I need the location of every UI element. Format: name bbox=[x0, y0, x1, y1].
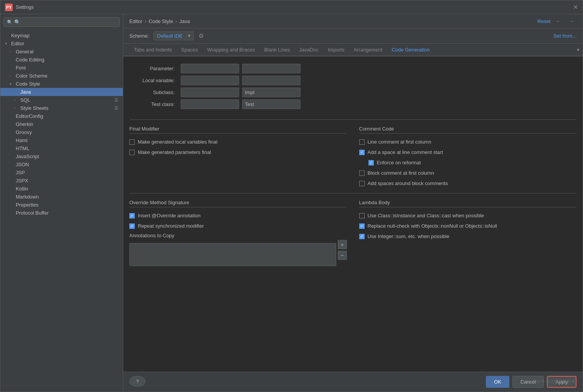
arrow-icon: › bbox=[10, 74, 14, 78]
sidebar-tree: Keymap▾Editor›GeneralCode EditingFont›Co… bbox=[0, 30, 123, 392]
breadcrumb-sep-1: › bbox=[145, 18, 146, 24]
sidebar-item-html[interactable]: HTML bbox=[0, 144, 123, 152]
sidebar-item-editorconfig[interactable]: EditorConfig bbox=[0, 112, 123, 120]
search-icon: 🔍 bbox=[7, 20, 13, 25]
annotations-list bbox=[129, 243, 336, 266]
override-method-options: Insert @Override annotationRepeat synchr… bbox=[129, 212, 347, 230]
sidebar-item-editor[interactable]: ▾Editor bbox=[0, 40, 123, 48]
checkbox[interactable] bbox=[359, 181, 365, 186]
lambda-option-row: Use Integer::sum, etc. when possible bbox=[359, 233, 577, 240]
sidebar-item-properties[interactable]: Properties bbox=[0, 201, 123, 209]
final-modifier-section: Final Modifier Make generated local vari… bbox=[129, 126, 347, 187]
override-option-row: Repeat synchronized modifier bbox=[129, 222, 347, 230]
sidebar-item-json[interactable]: JSON bbox=[0, 160, 123, 169]
checkbox[interactable] bbox=[359, 170, 365, 176]
gear-button[interactable]: ⚙ bbox=[198, 32, 204, 40]
final-modifier-title: Final Modifier bbox=[129, 126, 347, 134]
final-modifier-options: Make generated local variables finalMake… bbox=[129, 138, 347, 156]
naming-prefix-input[interactable] bbox=[181, 88, 239, 97]
naming-prefix-input[interactable] bbox=[181, 76, 239, 85]
arrow-icon: ▾ bbox=[10, 82, 14, 86]
sidebar-item-jspx[interactable]: JSPX bbox=[0, 177, 123, 185]
sidebar-item-label: JSPX bbox=[16, 178, 118, 184]
tab-spaces[interactable]: Spaces bbox=[177, 44, 202, 56]
tabs-more-button[interactable]: ▾ bbox=[574, 44, 583, 56]
sidebar-item-protocol-buffer[interactable]: Protocol Buffer bbox=[0, 209, 123, 217]
checkbox[interactable] bbox=[368, 160, 374, 165]
checkbox[interactable] bbox=[129, 150, 135, 155]
breadcrumb-codestyle[interactable]: Code Style bbox=[149, 18, 173, 24]
sidebar-item-label: Java bbox=[20, 89, 118, 95]
tab-imports[interactable]: Imports bbox=[323, 44, 349, 56]
sidebar-item-keymap[interactable]: Keymap bbox=[0, 31, 123, 40]
sidebar-item-gherkin[interactable]: Gherkin bbox=[0, 120, 123, 128]
tab-blank-lines[interactable]: Blank Lines bbox=[259, 44, 294, 56]
checkbox[interactable] bbox=[129, 223, 135, 229]
sidebar-item-code-editing[interactable]: Code Editing bbox=[0, 56, 123, 64]
forward-button[interactable]: → bbox=[566, 17, 576, 25]
comment-code-options: Line comment at first columnAdd a space … bbox=[359, 138, 577, 187]
sidebar-item-java[interactable]: Java bbox=[0, 88, 123, 96]
lambda-option-row: Use Class::isInstance and Class::cast wh… bbox=[359, 212, 577, 219]
sidebar-item-jsp[interactable]: JSP bbox=[0, 169, 123, 177]
checkbox[interactable] bbox=[359, 223, 365, 229]
checkbox[interactable] bbox=[359, 234, 365, 239]
main-content: 🔍 Keymap▾Editor›GeneralCode EditingFont›… bbox=[0, 14, 583, 392]
ok-button[interactable]: OK bbox=[486, 376, 509, 388]
sidebar-item-font[interactable]: Font bbox=[0, 64, 123, 72]
search-box[interactable]: 🔍 bbox=[3, 17, 120, 27]
window-title: Settings bbox=[16, 4, 573, 10]
tab-arrangement[interactable]: Arrangement bbox=[349, 44, 387, 56]
sidebar-item-kotlin[interactable]: Kotlin bbox=[0, 185, 123, 193]
sidebar-item-label: JavaScript bbox=[16, 154, 118, 159]
add-annotation-button[interactable]: + bbox=[338, 240, 347, 249]
checkbox-label: Line comment at first column bbox=[368, 139, 431, 145]
reset-button[interactable]: Reset bbox=[537, 18, 550, 24]
sidebar-item-color-scheme[interactable]: ›Color Scheme bbox=[0, 72, 123, 80]
checkbox-label: Enforce on reformat bbox=[377, 160, 421, 165]
checkbox[interactable] bbox=[359, 139, 365, 145]
override-method-title: Override Method Signature bbox=[129, 200, 347, 207]
checkbox[interactable] bbox=[359, 150, 365, 155]
close-button[interactable]: ✕ bbox=[573, 3, 578, 11]
set-from-button[interactable]: Set from... bbox=[553, 33, 576, 39]
search-input[interactable] bbox=[14, 19, 116, 25]
sidebar-item-haml[interactable]: Haml bbox=[0, 136, 123, 144]
naming-prefix-input[interactable] bbox=[181, 99, 239, 109]
naming-suffix-input[interactable] bbox=[242, 88, 301, 97]
sidebar-item-markdown[interactable]: Markdown bbox=[0, 193, 123, 201]
remove-annotation-button[interactable]: − bbox=[338, 251, 347, 260]
help-button[interactable]: ? bbox=[129, 376, 145, 387]
sidebar-item-groovy[interactable]: Groovy bbox=[0, 128, 123, 136]
checkbox[interactable] bbox=[129, 213, 135, 218]
sidebar-item-sql[interactable]: ›SQL☰ bbox=[0, 96, 123, 104]
sidebar-item-label: Haml bbox=[16, 137, 118, 143]
sidebar-item-general[interactable]: ›General bbox=[0, 48, 123, 56]
breadcrumb-editor[interactable]: Editor bbox=[129, 18, 142, 24]
sidebar-item-javascript[interactable]: JavaScript bbox=[0, 152, 123, 160]
sidebar-item-style-sheets[interactable]: ›Style Sheets☰ bbox=[0, 104, 123, 112]
scheme-select[interactable]: Default IDE bbox=[154, 31, 194, 40]
checkbox[interactable] bbox=[359, 213, 365, 218]
tab-javadoc[interactable]: JavaDoc bbox=[294, 44, 323, 56]
checkbox[interactable] bbox=[129, 139, 135, 145]
scheme-bar: Scheme: Default IDE ▼ ⚙ Set from... bbox=[123, 28, 583, 44]
sidebar-item-code-style[interactable]: ▾Code Style bbox=[0, 80, 123, 88]
naming-suffix-input[interactable] bbox=[242, 99, 301, 109]
back-button[interactable]: ← bbox=[553, 17, 563, 25]
settings-window: PY Settings ✕ 🔍 Keymap▾Editor›GeneralCod… bbox=[0, 0, 583, 392]
tab-wrapping-and-braces[interactable]: Wrapping and Braces bbox=[202, 44, 259, 56]
lambda-body-options: Use Class::isInstance and Class::cast wh… bbox=[359, 212, 577, 240]
tab-code-generation[interactable]: Code Generation bbox=[387, 44, 434, 56]
comment-code-section: Comment Code Line comment at first colum… bbox=[359, 126, 577, 187]
settings-icon: ☰ bbox=[114, 98, 118, 103]
naming-suffix-input[interactable] bbox=[242, 76, 301, 85]
sidebar-item-label: Code Editing bbox=[16, 57, 118, 63]
bottom-bar: ? OK Cancel Apply bbox=[123, 372, 583, 392]
naming-suffix-input[interactable] bbox=[242, 64, 301, 73]
list-actions: + − bbox=[338, 240, 347, 266]
tab-tabs-and-indents[interactable]: Tabs and Indents bbox=[129, 44, 177, 56]
naming-prefix-input[interactable] bbox=[181, 64, 239, 73]
sidebar-item-label: Markdown bbox=[16, 194, 118, 200]
sidebar-item-label: Font bbox=[16, 65, 118, 71]
